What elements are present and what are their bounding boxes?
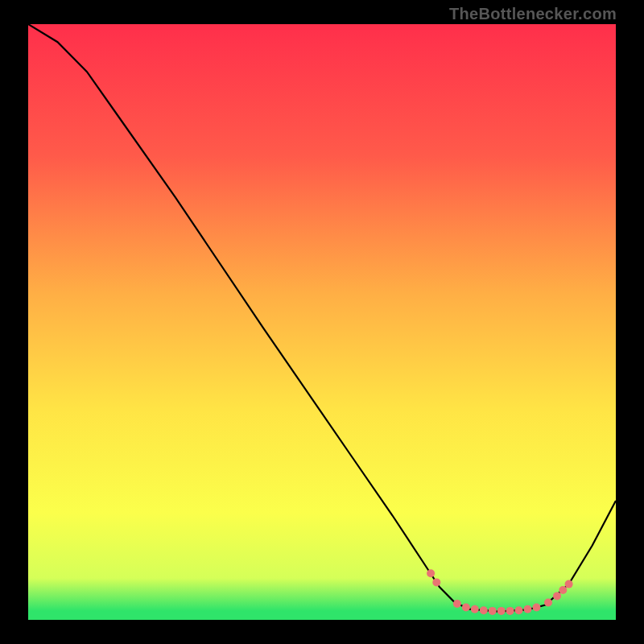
source-attribution: TheBottlenecker.com (449, 5, 617, 23)
optimal-marker (453, 600, 461, 608)
optimal-marker (462, 604, 470, 612)
optimal-marker (515, 606, 523, 614)
optimal-marker (480, 606, 488, 614)
optimal-marker (544, 599, 552, 607)
optimal-marker (565, 580, 573, 588)
chart-svg (28, 24, 616, 620)
optimal-marker (524, 605, 532, 613)
optimal-marker (553, 592, 561, 600)
optimal-marker (497, 607, 506, 615)
optimal-marker (471, 605, 479, 613)
optimal-marker (533, 604, 541, 612)
chart-plot-area (28, 24, 616, 620)
optimal-marker (559, 586, 567, 594)
optimal-marker (427, 569, 435, 577)
optimal-marker (432, 578, 440, 586)
optimal-marker (489, 607, 497, 615)
optimal-marker (506, 607, 514, 615)
